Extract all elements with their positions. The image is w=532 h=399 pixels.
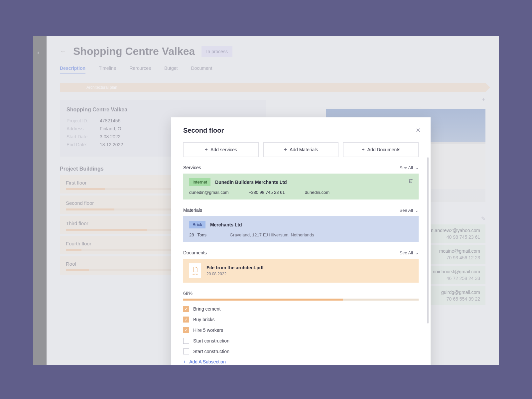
add-documents-button[interactable]: +Add Documents [343, 142, 419, 157]
documents-seeall[interactable]: See All⌄ [400, 250, 419, 255]
task-item[interactable]: ✓Hire 5 workers [183, 327, 419, 333]
material-unit: Tons [197, 232, 206, 237]
material-qty: 28 [189, 232, 194, 237]
task-item[interactable]: ✓Bring cement [183, 306, 419, 312]
documents-heading: Documents [183, 250, 207, 255]
material-address: Graveland, 1217 EJ Hilversum, Netherland… [230, 232, 314, 237]
checkbox-icon[interactable]: ✓ [183, 317, 189, 323]
chevron-down-icon: ⌄ [415, 165, 419, 170]
checkbox-icon[interactable]: ✓ [183, 327, 189, 333]
add-materials-button[interactable]: +Add Materials [263, 142, 339, 157]
checkbox-icon[interactable] [183, 348, 189, 354]
modal-title: Second floor [183, 127, 419, 134]
services-heading: Services [183, 165, 201, 170]
service-email: dunedin@gmail.com [189, 190, 229, 195]
progress-label: 68% [183, 291, 419, 296]
plus-icon: + [183, 359, 186, 364]
trash-icon[interactable] [408, 178, 413, 185]
scrollbar[interactable] [427, 157, 429, 324]
progress-bar [183, 299, 419, 301]
add-subsection-button[interactable]: +Add A Subsection [183, 359, 419, 364]
task-item[interactable]: Start construction [183, 348, 419, 354]
plus-icon: + [205, 147, 208, 153]
service-name: Dunedin Builders Merchants Ltd [215, 180, 287, 185]
materials-seeall[interactable]: See All⌄ [400, 208, 419, 213]
document-date: 20.08.2022 [206, 272, 264, 276]
checkbox-icon[interactable] [183, 338, 189, 344]
close-icon[interactable]: ✕ [416, 127, 421, 134]
floor-detail-modal: Second floor ✕ +Add services +Add Materi… [171, 117, 431, 365]
chevron-down-icon: ⌄ [415, 250, 419, 255]
plus-icon: + [361, 147, 364, 153]
material-name: Merchants Ltd [210, 222, 242, 227]
task-item[interactable]: Start construction [183, 338, 419, 344]
add-services-button[interactable]: +Add services [183, 142, 259, 157]
chevron-down-icon: ⌄ [415, 208, 419, 213]
document-card[interactable]: PDF File from the architect.pdf 20.08.20… [183, 259, 419, 283]
checkbox-icon[interactable]: ✓ [183, 306, 189, 312]
service-site: dunedin.com [305, 190, 330, 195]
plus-icon: + [284, 147, 287, 153]
material-tag: Brick [189, 221, 205, 228]
service-tag: Internet [189, 178, 210, 186]
pdf-icon: PDF [189, 263, 201, 278]
service-card[interactable]: Internet Dunedin Builders Merchants Ltd … [183, 174, 419, 200]
task-list: ✓Bring cement ✓Buy bricks ✓Hire 5 worker… [183, 306, 419, 364]
material-card[interactable]: Brick Merchants Ltd 28 Tons Graveland, 1… [183, 216, 419, 242]
services-seeall[interactable]: See All⌄ [400, 165, 419, 170]
document-filename: File from the architect.pdf [206, 265, 264, 270]
materials-heading: Materials [183, 207, 202, 213]
app-window: ‹ ← Shopping Centre Valkea In process De… [33, 36, 499, 365]
service-phone: +380 98 745 23 61 [249, 190, 285, 195]
task-item[interactable]: ✓Buy bricks [183, 317, 419, 323]
